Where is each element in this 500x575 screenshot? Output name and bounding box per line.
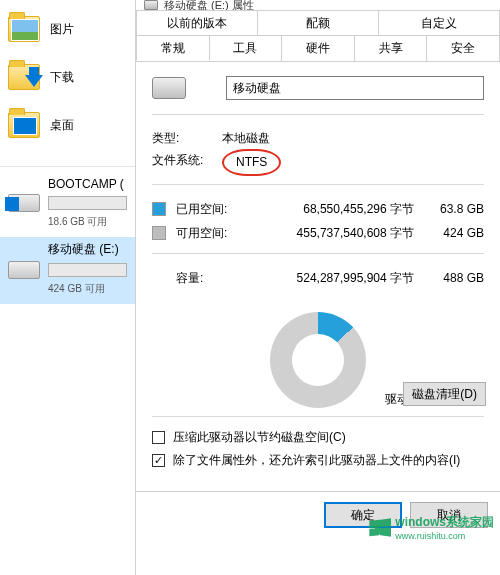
drive-usage-bar bbox=[48, 196, 127, 210]
used-gb: 63.8 GB bbox=[424, 197, 484, 221]
tab-security[interactable]: 安全 bbox=[426, 36, 500, 61]
watermark-sub: www.ruishitu.com bbox=[395, 531, 494, 541]
sidebar-item-label: 桌面 bbox=[50, 117, 74, 134]
index-checkbox[interactable]: ✓ bbox=[152, 454, 165, 467]
capacity-bytes: 524,287,995,904 字节 bbox=[246, 266, 424, 290]
filesystem-label: 文件系统: bbox=[152, 149, 222, 176]
tab-general[interactable]: 常规 bbox=[136, 36, 210, 61]
free-gb: 424 GB bbox=[424, 221, 484, 245]
index-label: 除了文件属性外，还允许索引此驱动器上文件的内容(I) bbox=[173, 452, 460, 469]
properties-dialog: 移动硬盘 (E:) 属性 以前的版本 配额 自定义 常规 工具 硬件 共享 安全… bbox=[135, 0, 500, 575]
tab-quota[interactable]: 配额 bbox=[257, 10, 379, 35]
drive-title: 移动硬盘 (E:) bbox=[48, 241, 129, 258]
tab-sharing[interactable]: 共享 bbox=[354, 36, 428, 61]
filesystem-highlight: NTFS bbox=[222, 149, 281, 176]
folder-downloads-icon bbox=[6, 62, 42, 92]
used-label: 已用空间: bbox=[176, 197, 246, 221]
filesystem-value: NTFS bbox=[222, 149, 281, 176]
explorer-sidebar: 图片 下载 桌面 BOOTCAMP ( 18.6 GB 可用 移动硬盘 (E:) bbox=[0, 0, 135, 575]
type-value: 本地磁盘 bbox=[222, 127, 270, 149]
drive-icon bbox=[6, 193, 42, 213]
drive-subtext: 424 GB 可用 bbox=[48, 282, 129, 296]
sidebar-item-label: 图片 bbox=[50, 21, 74, 38]
sidebar-item-label: 下载 bbox=[50, 69, 74, 86]
drive-list: BOOTCAMP ( 18.6 GB 可用 移动硬盘 (E:) 424 GB 可… bbox=[0, 166, 135, 304]
index-row[interactable]: ✓ 除了文件属性外，还允许索引此驱动器上文件的内容(I) bbox=[152, 452, 484, 469]
volume-name-input[interactable] bbox=[226, 76, 484, 100]
drive-usage-bar bbox=[48, 263, 127, 277]
compress-checkbox[interactable] bbox=[152, 431, 165, 444]
tab-hardware[interactable]: 硬件 bbox=[281, 36, 355, 61]
tab-row-1: 以前的版本 配额 自定义 bbox=[136, 10, 500, 36]
tab-row-2: 常规 工具 硬件 共享 安全 bbox=[136, 36, 500, 62]
used-bytes: 68,550,455,296 字节 bbox=[246, 197, 424, 221]
drive-item-bootcamp[interactable]: BOOTCAMP ( 18.6 GB 可用 bbox=[0, 173, 135, 237]
disk-large-icon bbox=[152, 77, 186, 99]
folder-desktop-icon bbox=[6, 110, 42, 140]
compress-row[interactable]: 压缩此驱动器以节约磁盘空间(C) bbox=[152, 429, 484, 446]
tab-tools[interactable]: 工具 bbox=[209, 36, 283, 61]
compress-label: 压缩此驱动器以节约磁盘空间(C) bbox=[173, 429, 346, 446]
used-swatch bbox=[152, 202, 166, 216]
drive-subtext: 18.6 GB 可用 bbox=[48, 215, 129, 229]
watermark-text1: windows bbox=[395, 515, 446, 529]
dialog-titlebar[interactable]: 移动硬盘 (E:) 属性 bbox=[136, 0, 500, 10]
usage-donut-chart bbox=[270, 312, 366, 408]
watermark: windows系统家园 www.ruishitu.com bbox=[369, 514, 494, 541]
drive-item-removable[interactable]: 移动硬盘 (E:) 424 GB 可用 bbox=[0, 237, 135, 304]
free-swatch bbox=[152, 226, 166, 240]
folder-pictures-icon bbox=[6, 14, 42, 44]
sidebar-item-downloads[interactable]: 下载 bbox=[0, 58, 135, 96]
usage-pie-wrap: 驱动器 E: 磁盘清理(D) bbox=[152, 300, 484, 408]
disk-icon bbox=[144, 0, 158, 10]
type-label: 类型: bbox=[152, 127, 222, 149]
sidebar-item-desktop[interactable]: 桌面 bbox=[0, 106, 135, 144]
capacity-gb: 488 GB bbox=[424, 266, 484, 290]
drive-icon bbox=[6, 260, 42, 280]
sidebar-item-pictures[interactable]: 图片 bbox=[0, 10, 135, 48]
disk-cleanup-button[interactable]: 磁盘清理(D) bbox=[403, 382, 486, 406]
windows-flag-icon bbox=[369, 517, 391, 539]
tab-customize[interactable]: 自定义 bbox=[378, 10, 500, 35]
drive-title: BOOTCAMP ( bbox=[48, 177, 129, 191]
tab-previous-versions[interactable]: 以前的版本 bbox=[136, 10, 258, 35]
general-panel: 类型: 本地磁盘 文件系统: NTFS 已用空间: 68,550,455,296… bbox=[136, 62, 500, 483]
free-label: 可用空间: bbox=[176, 221, 246, 245]
free-bytes: 455,737,540,608 字节 bbox=[246, 221, 424, 245]
watermark-text2: 系统家园 bbox=[446, 515, 494, 529]
capacity-label: 容量: bbox=[152, 266, 246, 290]
